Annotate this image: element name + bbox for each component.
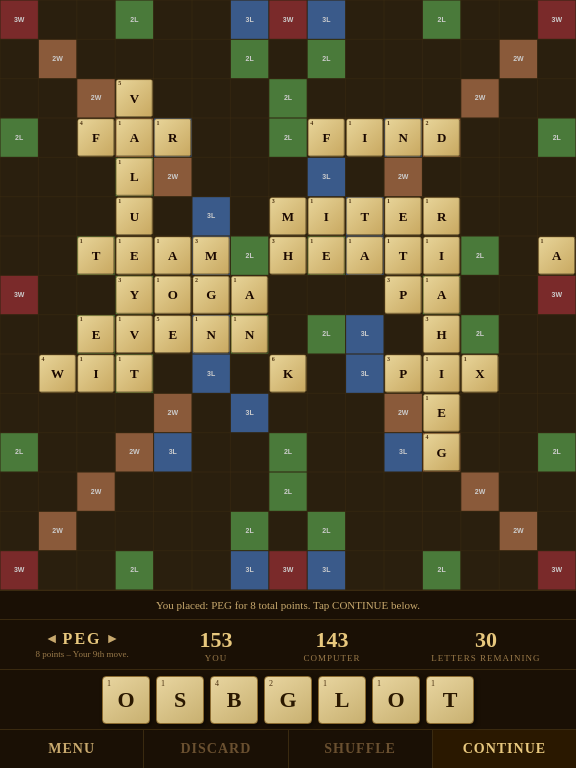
prev-arrow[interactable]: ◄ [45, 631, 59, 647]
shuffle-button[interactable]: SHUFFLE [289, 730, 433, 768]
rack-tile-3[interactable]: 2G [264, 676, 312, 724]
status-message: You placed: PEG for 8 total points. Tap … [156, 599, 420, 611]
player-info-bar: ◄ PEG ► 8 points – Your 9th move. 153 YO… [0, 620, 576, 670]
game-board [0, 0, 576, 590]
letters-remaining: 30 [475, 627, 497, 653]
computer-score-section: 143 COMPUTER [303, 627, 360, 663]
rack-tile-6[interactable]: 1T [426, 676, 474, 724]
current-word: PEG [63, 630, 102, 648]
player-score: 153 [200, 627, 233, 653]
player-label: YOU [205, 653, 228, 663]
remaining-label: LETTERS REMAINING [431, 653, 540, 663]
next-arrow[interactable]: ► [106, 631, 120, 647]
status-bar: You placed: PEG for 8 total points. Tap … [0, 590, 576, 620]
rack-tile-2[interactable]: 4B [210, 676, 258, 724]
rack-tile-4[interactable]: 1L [318, 676, 366, 724]
bottom-bar: MENU DISCARD SHUFFLE CONTINUE [0, 730, 576, 768]
player-score-section: 153 YOU [200, 627, 233, 663]
discard-button[interactable]: DISCARD [144, 730, 288, 768]
menu-button[interactable]: MENU [0, 730, 144, 768]
word-sub: 8 points – Your 9th move. [35, 649, 128, 659]
rack-tile-5[interactable]: 1O [372, 676, 420, 724]
tile-rack: 1O1S4B2G1L1O1T [0, 670, 576, 730]
computer-label: COMPUTER [303, 653, 360, 663]
computer-score: 143 [315, 627, 348, 653]
rack-tile-0[interactable]: 1O [102, 676, 150, 724]
remaining-section: 30 LETTERS REMAINING [431, 627, 540, 663]
rack-tile-1[interactable]: 1S [156, 676, 204, 724]
current-word-section: ◄ PEG ► 8 points – Your 9th move. [35, 630, 128, 659]
continue-button[interactable]: CONTINUE [433, 730, 576, 768]
